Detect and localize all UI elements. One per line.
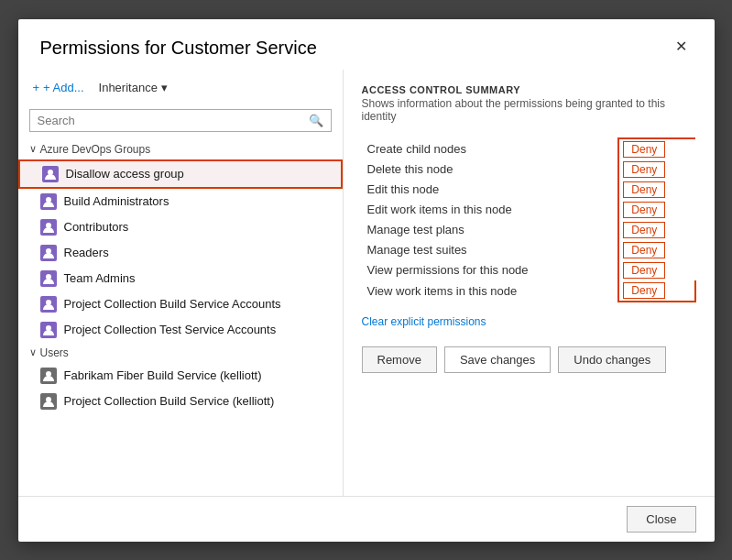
group-icon-pctsa xyxy=(40,322,57,338)
azure-devops-groups-label: Azure DevOps Groups xyxy=(40,143,151,156)
modal-dialog: Permissions for Customer Service ✕ + + A… xyxy=(18,19,715,542)
group-icon-build-admin xyxy=(40,193,57,210)
group-item-pctsa[interactable]: Project Collection Test Service Accounts xyxy=(18,317,343,343)
modal-footer: Close xyxy=(18,496,715,542)
group-item-readers[interactable]: Readers xyxy=(18,240,343,266)
deny-badge-4: Deny xyxy=(623,222,665,238)
acs-title: ACCESS CONTROL SUMMARY xyxy=(362,84,696,95)
permission-deny-5: Deny xyxy=(618,240,694,260)
close-button[interactable]: Close xyxy=(627,506,695,533)
add-label: + Add... xyxy=(43,81,83,94)
add-icon: + xyxy=(33,81,40,94)
permission-label-2: Edit this node xyxy=(362,180,619,200)
group-icon-readers xyxy=(40,245,57,261)
permission-row-1: Delete this node Deny xyxy=(362,159,695,180)
left-panel: + + Add... Inheritance ▾ 🔍 ∨ xyxy=(18,70,344,496)
add-button[interactable]: + + Add... xyxy=(33,77,84,98)
deny-badge-1: Deny xyxy=(623,161,665,178)
permission-label-5: Manage test suites xyxy=(362,240,619,260)
permission-row-7: View work items in this node Deny xyxy=(362,280,695,302)
permission-label-4: Manage test plans xyxy=(362,220,619,240)
permission-row-6: View permissions for this node Deny xyxy=(362,260,695,280)
group-icon-disallow xyxy=(42,166,59,182)
search-icon: 🔍 xyxy=(309,114,323,127)
permission-deny-7: Deny xyxy=(618,280,694,302)
group-item-label-pctsa: Project Collection Test Service Accounts xyxy=(64,323,277,336)
modal-title: Permissions for Customer Service xyxy=(40,38,317,59)
groups-list: ∨ Azure DevOps Groups Disallow access gr… xyxy=(18,139,343,496)
group-item-label-build-admin: Build Administrators xyxy=(64,194,169,208)
group-item-pcbsa[interactable]: Project Collection Build Service Account… xyxy=(18,291,343,317)
users-category-label: Users xyxy=(40,346,69,359)
search-input[interactable] xyxy=(38,114,309,127)
group-item-label-disallow: Disallow access group xyxy=(66,167,184,181)
permission-label-6: View permissions for this node xyxy=(362,260,619,280)
save-changes-button[interactable]: Save changes xyxy=(444,346,551,373)
search-box: 🔍 xyxy=(29,109,332,132)
group-icon-pcbsa xyxy=(40,296,57,313)
group-item-label-team-admins: Team Admins xyxy=(64,271,136,285)
expand-collapse-icon: ∨ xyxy=(29,143,37,155)
deny-badge-3: Deny xyxy=(623,202,665,218)
permission-deny-4: Deny xyxy=(618,220,694,240)
group-item-contributors[interactable]: Contributors xyxy=(18,214,343,240)
modal-body: + + Add... Inheritance ▾ 🔍 ∨ xyxy=(18,70,715,496)
group-item-build-admin[interactable]: Build Administrators xyxy=(18,189,343,214)
permission-row-5: Manage test suites Deny xyxy=(362,240,695,260)
permission-label-1: Delete this node xyxy=(362,159,619,180)
modal-overlay: Permissions for Customer Service ✕ + + A… xyxy=(0,0,732,560)
inheritance-label: Inheritance xyxy=(99,81,158,94)
permission-deny-6: Deny xyxy=(618,260,694,280)
permission-label-7: View work items in this node xyxy=(362,280,619,302)
group-item-fabrikam[interactable]: Fabrikam Fiber Build Service (kelliott) xyxy=(18,363,343,389)
permission-label-0: Create child nodes xyxy=(362,138,619,159)
group-item-disallow[interactable]: Disallow access group xyxy=(18,159,343,189)
user-icon-fabrikam xyxy=(40,368,57,384)
deny-badge-0: Deny xyxy=(623,141,665,158)
group-item-label-fabrikam: Fabrikam Fiber Build Service (kelliott) xyxy=(64,368,262,382)
group-icon-contributors xyxy=(40,219,57,236)
acs-subtitle: Shows information about the permissions … xyxy=(362,97,696,123)
permission-row-4: Manage test plans Deny xyxy=(362,220,695,240)
group-item-label-contributors: Contributors xyxy=(64,220,129,234)
group-item-label-pcbs-user: Project Collection Build Service (kellio… xyxy=(64,394,275,408)
permission-label-3: Edit work items in this node xyxy=(362,200,619,220)
clear-explicit-permissions-link[interactable]: Clear explicit permissions xyxy=(362,315,696,328)
users-category[interactable]: ∨ Users xyxy=(18,343,343,363)
permission-row-2: Edit this node Deny xyxy=(362,180,695,200)
permissions-table: Create child nodes Deny Delete this node… xyxy=(362,137,696,302)
permission-deny-0: Deny xyxy=(618,138,694,159)
permission-deny-2: Deny xyxy=(618,180,694,200)
deny-badge-2: Deny xyxy=(623,181,665,198)
permission-row-0: Create child nodes Deny xyxy=(362,138,695,159)
deny-badge-7: Deny xyxy=(623,282,665,299)
users-expand-icon: ∨ xyxy=(29,346,37,358)
user-icon-pcbs xyxy=(40,393,57,410)
permission-deny-1: Deny xyxy=(618,159,694,180)
modal-header: Permissions for Customer Service ✕ xyxy=(18,19,715,70)
right-panel: ACCESS CONTROL SUMMARY Shows information… xyxy=(344,70,715,496)
undo-changes-button[interactable]: Undo changes xyxy=(558,346,666,373)
azure-devops-groups-category[interactable]: ∨ Azure DevOps Groups xyxy=(18,139,343,159)
left-toolbar: + + Add... Inheritance ▾ xyxy=(18,70,343,105)
close-x-button[interactable]: ✕ xyxy=(670,38,693,56)
deny-badge-6: Deny xyxy=(623,262,665,279)
group-icon-team-admins xyxy=(40,270,57,287)
remove-button[interactable]: Remove xyxy=(362,346,437,373)
permission-row-3: Edit work items in this node Deny xyxy=(362,200,695,220)
inheritance-chevron-icon: ▾ xyxy=(161,81,168,94)
inheritance-button[interactable]: Inheritance ▾ xyxy=(99,77,168,98)
group-item-pcbs-user[interactable]: Project Collection Build Service (kellio… xyxy=(18,389,343,414)
group-item-team-admins[interactable]: Team Admins xyxy=(18,266,343,291)
action-buttons: Remove Save changes Undo changes xyxy=(362,346,696,373)
group-item-label-readers: Readers xyxy=(64,246,109,259)
group-item-label-pcbsa: Project Collection Build Service Account… xyxy=(64,297,281,311)
deny-badge-5: Deny xyxy=(623,242,665,258)
permission-deny-3: Deny xyxy=(618,200,694,220)
